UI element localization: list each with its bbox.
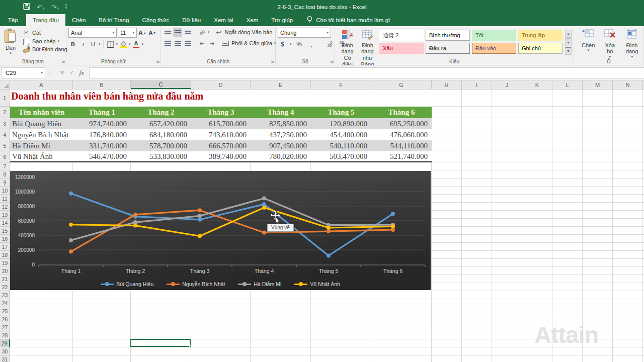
customize-qat-button[interactable]: ▾: [65, 5, 67, 10]
row-header-11[interactable]: 11: [0, 195, 10, 203]
shrink-font-button[interactable]: A▼: [148, 28, 157, 37]
top-align-button[interactable]: [163, 28, 172, 37]
row-header-24[interactable]: 24: [0, 299, 10, 307]
line-chart[interactable]: 020000040000060000080000010000001200000T…: [10, 171, 431, 290]
format-as-table-button[interactable]: Định dạng như Bảng▾: [358, 28, 377, 58]
percent-format-button[interactable]: %: [295, 40, 304, 49]
tab-bố-trí-trang[interactable]: Bố trí Trang: [92, 14, 135, 26]
font-size-combo[interactable]: 11▾: [118, 28, 137, 38]
name-box[interactable]: C29▾: [1, 67, 45, 78]
column-header-C[interactable]: C: [131, 80, 191, 89]
row-header-10[interactable]: 10: [0, 187, 10, 195]
legend-item[interactable]: Nguyễn Bích Nhật: [167, 281, 225, 287]
dialog-launcher-icon[interactable]: ⇲: [61, 59, 65, 64]
tell-me-box[interactable]: Cho tôi biết bạn muốn làm gì: [299, 14, 397, 26]
table-header-cell[interactable]: Tháng 6: [371, 107, 432, 118]
column-header-G[interactable]: G: [371, 80, 432, 89]
tab-xem-lại[interactable]: Xem lại: [207, 14, 239, 26]
revenue-cell[interactable]: 684,180.000: [131, 129, 191, 140]
tab-xem[interactable]: Xem: [240, 14, 265, 26]
currency-format-button[interactable]: $: [278, 40, 287, 49]
revenue-cell[interactable]: 825,850.000: [251, 118, 311, 129]
number-format-combo[interactable]: Chung▾: [278, 28, 331, 38]
cell-style-trung-lập[interactable]: Trung lập: [518, 30, 562, 41]
dialog-launcher-icon[interactable]: ⇲: [156, 59, 159, 64]
cell-style-bình-thường[interactable]: Bình thường: [426, 30, 470, 41]
column-header-J[interactable]: J: [492, 80, 522, 89]
row-header-4[interactable]: 4: [0, 129, 10, 140]
revenue-cell[interactable]: 389,740.000: [191, 151, 251, 162]
revenue-cell[interactable]: 780,020.000: [251, 151, 311, 162]
cell-style-xấu[interactable]: Xấu: [379, 43, 424, 54]
fill-handle[interactable]: [189, 345, 192, 348]
row-header-3[interactable]: 3: [0, 118, 10, 129]
revenue-cell[interactable]: 974,740.000: [73, 118, 131, 129]
worksheet-grid[interactable]: Attain 123456789101112131415161718192021…: [0, 89, 644, 362]
revenue-cell[interactable]: 743,610.000: [191, 129, 251, 140]
conditional-formatting-button[interactable]: ≠ Định dạng Có điều kiện▾: [337, 28, 358, 58]
gallery-up-icon[interactable]: ▲: [565, 30, 572, 38]
paste-button[interactable]: Dán ▾: [2, 28, 19, 58]
table-header-cell[interactable]: Tên nhân viên: [10, 107, 73, 118]
borders-button[interactable]: [106, 40, 115, 49]
undo-button[interactable]: ↶▾: [37, 4, 44, 11]
revenue-cell[interactable]: 540,110.000: [311, 140, 371, 151]
merge-center-button[interactable]: Phối & Căn giữa▾: [221, 40, 276, 46]
legend-item[interactable]: Hà Diễm Mi: [238, 281, 281, 287]
revenue-cell[interactable]: 657,420.000: [131, 118, 191, 129]
gallery-down-icon[interactable]: ▼: [565, 38, 572, 46]
tab-file[interactable]: Tệp: [0, 14, 26, 26]
employee-name-cell[interactable]: Hà Diễm Mi: [10, 140, 73, 151]
select-all-corner[interactable]: [0, 80, 10, 89]
cell-style-đầu-vào[interactable]: Đầu vào: [472, 43, 516, 54]
row-header-20[interactable]: 20: [0, 267, 10, 275]
legend-item[interactable]: Bùi Quang Hiếu: [101, 281, 153, 287]
row-header-13[interactable]: 13: [0, 211, 10, 219]
row-header-22[interactable]: 22: [0, 283, 10, 291]
column-header-B[interactable]: B: [73, 80, 131, 89]
row-header-8[interactable]: 8: [0, 170, 10, 178]
formula-input[interactable]: [89, 67, 644, 78]
orientation-button[interactable]: ab: [198, 28, 207, 37]
row-header-5[interactable]: 5: [0, 140, 10, 151]
row-header-17[interactable]: 17: [0, 243, 10, 251]
column-header-M[interactable]: M: [583, 80, 613, 89]
row-header-15[interactable]: 15: [0, 227, 10, 235]
delete-cells-button[interactable]: Xóa bỏ▾: [601, 28, 618, 58]
row-header-6[interactable]: 6: [0, 151, 10, 162]
table-header-cell[interactable]: Tháng 2: [131, 107, 191, 118]
sheet-title[interactable]: Doanh thu nhân viên bán hàng nửa đầu năm: [11, 90, 203, 102]
fill-color-button[interactable]: [119, 40, 128, 49]
align-left-button[interactable]: [163, 39, 172, 48]
cancel-icon[interactable]: ✕: [60, 69, 64, 76]
gallery-more-icon[interactable]: ▼: [565, 47, 572, 55]
data-table[interactable]: Tên nhân viênTháng 1Tháng 2Tháng 3Tháng …: [10, 107, 432, 162]
revenue-cell[interactable]: 521,740.000: [371, 151, 432, 162]
decrease-indent-button[interactable]: ⇤: [197, 39, 206, 48]
column-header-D[interactable]: D: [191, 80, 251, 89]
row-header-28[interactable]: 28: [0, 331, 10, 339]
revenue-cell[interactable]: 695,250.000: [371, 118, 432, 129]
row-header-1[interactable]: 1: [0, 89, 10, 107]
italic-button[interactable]: I: [78, 40, 88, 49]
row-header-30[interactable]: 30: [0, 347, 10, 355]
revenue-cell[interactable]: 578,700.000: [131, 140, 191, 151]
cell-style-通貨-2[interactable]: 通貨 2: [379, 30, 424, 41]
format-painter-button[interactable]: Bút Định dạng: [22, 46, 67, 52]
increase-decimal-button[interactable]: ←.0.00: [325, 40, 334, 49]
row-header-26[interactable]: 26: [0, 315, 10, 323]
bold-button[interactable]: B: [68, 40, 77, 49]
revenue-cell[interactable]: 503,470.000: [311, 151, 371, 162]
revenue-cell[interactable]: 120,890.000: [311, 118, 371, 129]
align-center-button[interactable]: [173, 39, 182, 48]
tab-công-thức[interactable]: Công thức: [135, 14, 176, 26]
increase-indent-button[interactable]: ⇥: [207, 39, 216, 48]
column-header-K[interactable]: K: [522, 80, 552, 89]
middle-align-button[interactable]: [173, 28, 182, 37]
column-header-L[interactable]: L: [552, 80, 583, 89]
tab-trợ-giúp[interactable]: Trợ giúp: [265, 14, 299, 26]
row-header-7[interactable]: 7: [0, 162, 10, 170]
enter-check-icon[interactable]: ✓: [69, 69, 74, 76]
redo-button[interactable]: ↷▾: [51, 4, 58, 11]
revenue-cell[interactable]: 533,830.000: [131, 151, 191, 162]
